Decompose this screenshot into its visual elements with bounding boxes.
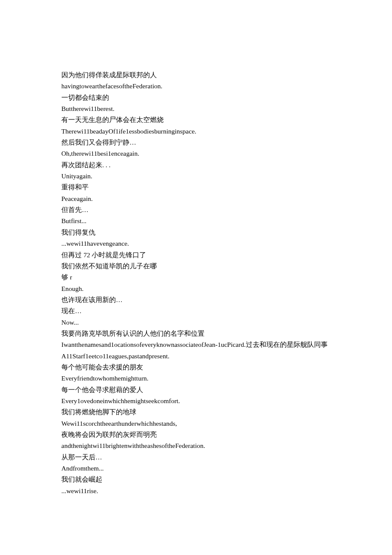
text-line: 然后我们又会得到宁静… — [61, 137, 331, 148]
text-line: 我们得复仇 — [61, 227, 331, 238]
text-line: 但首先… — [61, 204, 331, 215]
text-line: Andfromthem... — [61, 463, 331, 474]
text-line: 因为他们得佯装成星际联邦的人 — [61, 70, 331, 81]
text-line: 每个他可能会去求援的朋友 — [61, 362, 331, 373]
text-line: 一切都会结束的 — [61, 92, 331, 103]
text-line: 每一个他会寻求慰藉的爱人 — [61, 384, 331, 395]
text-line: 我们就会崛起 — [61, 474, 331, 485]
text-line: Buttherewi11berest. — [61, 103, 331, 114]
text-line: Iwantthenamesand1ocationsofeveryknownass… — [61, 339, 331, 350]
text-line: Unityagain. — [61, 171, 331, 182]
text-line: 我们将燃烧他脚下的地球 — [61, 407, 331, 418]
text-line: ...wewi11havevengeance. — [61, 238, 331, 249]
text-line: 重得和平 — [61, 182, 331, 193]
text-line: 现在… — [61, 305, 331, 317]
text-line: Therewi11beadayOf1ife1essbodiesburningin… — [61, 126, 331, 137]
text-line: Now... — [61, 317, 331, 328]
text-line: Peaceagain. — [61, 193, 331, 204]
text-line: Oh,therewi11besi1enceagain. — [61, 148, 331, 159]
text-line: Everyfriendtowhomhemightturn. — [61, 373, 331, 384]
text-line: 我要尚路克毕凯所有认识的人他们的名字和位置 — [61, 328, 331, 339]
text-line: 我们依然不知道毕凯的儿子在哪 — [61, 261, 331, 272]
text-line: 夜晚将会因为联邦的灰烬而明亮 — [61, 429, 331, 440]
text-line: Wewi11scorchtheearthunderwhichhestands, — [61, 418, 331, 429]
text-line: 但再过 72 小时就是先锋口了 — [61, 250, 331, 261]
text-line: 够 r — [61, 272, 331, 283]
text-line: havingtowearthefacesoftheFederation. — [61, 81, 331, 92]
document-page: 因为他们得佯装成星际联邦的人havingtowearthefacesoftheF… — [0, 0, 392, 539]
text-line: 再次团结起来. . . — [61, 160, 331, 171]
text-line: Butfirst... — [61, 215, 331, 227]
text-line: Every1ovedoneinwhichhemightseekcomfort. — [61, 395, 331, 407]
text-line: 从那一天后… — [61, 452, 331, 463]
text-line: andthenightwi11brightenwiththeashesofthe… — [61, 440, 331, 451]
text-line: Enough. — [61, 283, 331, 294]
text-line: 有一天无生息的尸体会在太空燃烧 — [61, 114, 331, 125]
text-line: A11Starf1eetco11eagues,pastandpresent. — [61, 351, 331, 362]
text-line: 也许现在该用新的… — [61, 294, 331, 305]
document-body: 因为他们得佯装成星际联邦的人havingtowearthefacesoftheF… — [61, 70, 331, 497]
text-line: ...wewi11rise. — [61, 485, 331, 497]
